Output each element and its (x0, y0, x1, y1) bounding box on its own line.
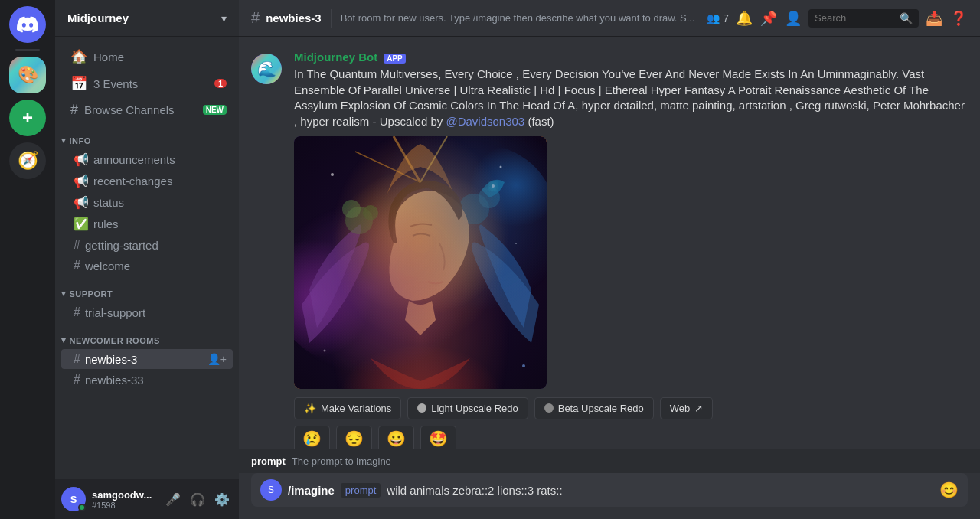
ai-generated-image[interactable] (294, 136, 547, 389)
make-variations-button[interactable]: ✨ Make Variations (294, 397, 401, 419)
reaction-sad[interactable]: 😢 (294, 426, 330, 449)
reaction-buttons: 😢 😔 😀 🤩 (294, 426, 968, 449)
make-variations-label: Make Variations (321, 403, 391, 414)
channel-status[interactable]: 📢 status (61, 192, 233, 213)
channel-announcements[interactable]: 📢 announcements (61, 149, 233, 170)
channel-name: recent-changes (93, 175, 172, 188)
channel-newbies-3[interactable]: # newbies-3 👤+ (61, 349, 233, 369)
beta-upscale-button[interactable]: Beta Upscale Redo (534, 397, 654, 419)
add-server-icon[interactable]: + (9, 100, 46, 136)
member-count-icon: 👥 (707, 12, 720, 24)
slash-command-label: /imagine (288, 484, 335, 497)
server-dropdown-arrow: ▾ (221, 12, 227, 24)
svg-line-19 (355, 152, 420, 182)
image-canvas (294, 136, 547, 389)
main-content: # newbies-3 Bot room for new users. Type… (239, 0, 980, 519)
hash-icon: # (74, 352, 80, 366)
settings-button[interactable]: ⚙️ (211, 488, 233, 510)
input-user-avatar: S (260, 479, 282, 501)
message-author[interactable]: Midjourney Bot (294, 51, 377, 64)
pin-icon[interactable]: 📌 (760, 9, 778, 28)
reaction-grin[interactable]: 😀 (378, 426, 414, 449)
inbox-icon[interactable]: 📥 (925, 9, 943, 28)
category-newcomer[interactable]: ▾ NEWCOMER ROOMS (55, 323, 239, 348)
imagine-input[interactable] (387, 484, 933, 497)
channel-trial-support[interactable]: # trial-support (61, 302, 233, 322)
reaction-disappointed[interactable]: 😔 (336, 426, 372, 449)
user-panel: S samgoodw... #1598 🎤 🎧 ⚙️ (55, 479, 239, 519)
server-header[interactable]: Midjourney ▾ (55, 0, 239, 37)
message-mention[interactable]: @Davidson303 (446, 115, 524, 128)
svg-point-5 (345, 207, 373, 234)
nav-home[interactable]: 🏠 Home (61, 44, 233, 70)
web-label: Web (670, 403, 691, 414)
deafen-button[interactable]: 🎧 (187, 488, 208, 510)
nav-events-label: 3 Events (93, 77, 138, 90)
circle-icon-light (417, 403, 426, 413)
header-divider (331, 9, 332, 28)
web-button[interactable]: Web ↗ (660, 397, 714, 419)
channel-name: newbies-33 (85, 374, 144, 387)
svg-point-16 (492, 184, 495, 188)
light-upscale-button[interactable]: Light Upscale Redo (407, 397, 528, 419)
svg-point-1 (313, 159, 528, 343)
search-bar[interactable]: 🔍 (808, 9, 919, 28)
header-actions: 👥 7 🔔 📌 👤 🔍 📥 ❓ (707, 9, 968, 28)
midjourney-server-icon[interactable]: 🎨 (9, 57, 46, 93)
category-support[interactable]: ▾ SUPPORT (55, 276, 239, 302)
user-controls: 🎤 🎧 ⚙️ (162, 488, 233, 510)
discord-home-icon[interactable] (9, 6, 46, 43)
channel-newbies-33[interactable]: # newbies-33 (61, 370, 233, 390)
svg-point-10 (331, 173, 334, 176)
nav-browse-label: Browse Channels (84, 103, 175, 116)
bot-badge: APP (384, 54, 406, 64)
channel-name: announcements (93, 153, 175, 166)
add-member-icon: 👤+ (207, 353, 227, 365)
search-icon: 🔍 (900, 12, 913, 24)
member-count[interactable]: 👥 7 (707, 12, 729, 24)
channel-name: welcome (85, 260, 130, 273)
prompt-description: The prompt to imagine (292, 455, 391, 467)
category-newcomer-arrow: ▾ (61, 335, 67, 345)
channel-list: 🏠 Home 📅 3 Events 1 # Browse Channels NE… (55, 37, 239, 479)
nav-browse[interactable]: # Browse Channels NEW (61, 97, 233, 122)
reaction-star-eyes[interactable]: 🤩 (420, 426, 456, 449)
category-info[interactable]: ▾ INFO (55, 123, 239, 149)
svg-line-18 (420, 136, 447, 182)
circle-icon-beta (544, 403, 554, 413)
channel-getting-started[interactable]: # getting-started (61, 235, 233, 255)
prompt-tooltip: prompt The prompt to imagine (239, 449, 980, 473)
bell-icon[interactable]: 🔔 (735, 9, 753, 28)
category-newcomer-label: NEWCOMER ROOMS (70, 336, 160, 345)
channel-welcome[interactable]: # welcome (61, 256, 233, 276)
hash-icon: 📢 (74, 174, 89, 188)
channel-rules[interactable]: ✅ rules (61, 214, 233, 234)
input-box: S /imagine prompt 😊 (251, 473, 968, 507)
mute-button[interactable]: 🎤 (162, 488, 184, 510)
message-item: 🌊 Midjourney Bot APP In The Quantum Mult… (239, 49, 980, 449)
events-icon: 📅 (70, 75, 87, 92)
channel-name: trial-support (85, 306, 145, 319)
svg-point-15 (489, 182, 497, 190)
svg-point-14 (522, 364, 525, 367)
emoji-picker-icon[interactable]: 😊 (939, 481, 959, 499)
message-suffix: (fast) (528, 115, 554, 128)
channel-recent-changes[interactable]: 📢 recent-changes (61, 171, 233, 191)
svg-point-12 (515, 243, 517, 244)
help-icon[interactable]: ❓ (949, 9, 968, 28)
svg-point-9 (479, 187, 500, 208)
user-discriminator: #1598 (92, 501, 156, 510)
channel-header: # newbies-3 Bot room for new users. Type… (239, 0, 980, 37)
home-icon: 🏠 (70, 48, 87, 65)
channel-hash-icon: # (251, 9, 260, 27)
category-info-arrow: ▾ (61, 135, 67, 145)
member-count-number: 7 (723, 12, 729, 24)
message-text: In The Quantum Multiverses, Every Choice… (294, 67, 968, 130)
channel-header-name: newbies-3 (266, 11, 322, 24)
category-support-arrow: ▾ (61, 289, 67, 299)
nav-events[interactable]: 📅 3 Events 1 (61, 70, 233, 96)
members-icon[interactable]: 👤 (784, 9, 802, 28)
search-input[interactable] (815, 12, 900, 24)
category-info-label: INFO (70, 136, 91, 145)
explore-servers-icon[interactable]: 🧭 (9, 142, 46, 179)
